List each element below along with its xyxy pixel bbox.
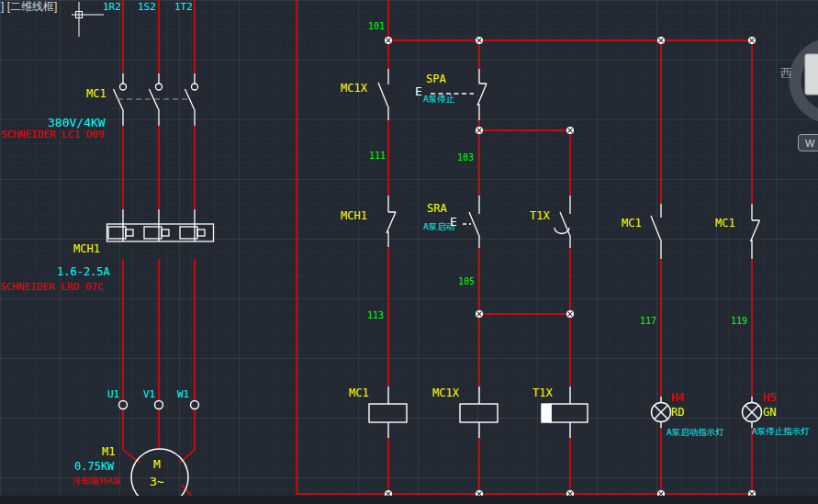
t1x-timed-contact-symbol[interactable] (555, 196, 570, 248)
h4-lamp-symbol[interactable] (652, 397, 671, 428)
lamp-h5-tag: H5 (763, 392, 776, 404)
t1x-contact-tag: T1X (530, 210, 550, 222)
motor-name: 冷却循环A泵 (73, 476, 121, 486)
mc1-nc-contact-tag: MC1 (715, 218, 735, 230)
mc1-nc-contact-symbol[interactable] (751, 204, 760, 259)
lamp-h4-description: A泵启动指示灯 (667, 428, 724, 437)
power-wires[interactable] (123, 0, 198, 504)
sra-pushbutton-actuator: E (450, 216, 457, 229)
phase-label-1r2: 1R2 (103, 2, 121, 13)
contactor-tag: MC1 (86, 88, 106, 100)
mc1x-coil-symbol[interactable] (460, 386, 498, 438)
contactor-model: SCHNEIDER LC1 D09 (1, 129, 105, 140)
phase-label-1t2: 1T2 (174, 2, 193, 13)
wire-number-117: 117 (640, 317, 656, 327)
spa-pushbutton-actuator: E (415, 85, 422, 98)
mc1-no-contact-tag: MC1 (622, 218, 642, 230)
phase-label-1s2: 1S2 (138, 2, 156, 13)
overload-tag: MCH1 (73, 243, 100, 255)
mc1-coil-symbol[interactable] (369, 386, 407, 438)
motor-terminal-circles[interactable] (119, 401, 199, 409)
contactor-rating: 380V/4KW (48, 117, 106, 129)
motor-tag: M1 (102, 446, 115, 458)
sra-no-pushbutton-symbol[interactable] (463, 196, 479, 248)
motor-symbol-letter: M (153, 458, 161, 471)
spa-description: A泵停止 (423, 95, 454, 104)
viewcube-cube-face[interactable] (805, 54, 818, 95)
terminal-label-u1: U1 (107, 389, 119, 400)
ucs-indicator-label: W (805, 138, 814, 149)
mch1-contact-tag: MCH1 (341, 210, 367, 222)
mch1-overload-symbol[interactable] (107, 209, 214, 241)
mc1-no-contact-symbol[interactable] (651, 204, 661, 259)
mc1x-no-contact-symbol[interactable] (378, 69, 388, 120)
lamp-h4-tag: H4 (671, 392, 684, 404)
wire-number-119: 119 (731, 317, 747, 327)
mc1-coil-tag: MC1 (349, 387, 369, 399)
wire-number-111: 111 (369, 151, 386, 162)
viewcube-west-label[interactable]: 西 (780, 67, 792, 80)
lamp-h5-description: A泵停止指示灯 (752, 427, 810, 436)
sra-tag: SRA (427, 203, 447, 215)
wire-number-101: 101 (368, 22, 385, 32)
h5-lamp-symbol[interactable] (743, 397, 762, 428)
mc1x-contact-tag: MC1X (341, 83, 367, 95)
ucs-indicator-button[interactable]: W (798, 134, 818, 151)
terminal-label-v1: V1 (143, 389, 155, 400)
mc1x-coil-tag: MC1X (432, 387, 459, 399)
cad-model-space[interactable]: ] [二维线框] 1R2 1S2 1T2 MC1 380V/4KW SCHNEI… (0, 0, 818, 504)
control-wires[interactable] (297, 0, 752, 494)
command-area-edge (0, 496, 818, 504)
viewport-control-label[interactable]: ] [二维线框] (1, 1, 57, 13)
mch1-nc-contact-symbol[interactable] (387, 196, 396, 247)
t1x-coil-tag: T1X (532, 387, 553, 399)
terminal-label-w1: W1 (177, 389, 189, 400)
wire-number-113: 113 (367, 311, 384, 321)
overload-model: SCHNEIDER LRD 07C (0, 282, 104, 293)
wire-number-103: 103 (457, 153, 474, 163)
motor-phase-label: 3~ (150, 476, 164, 488)
lamp-h5-color-code: GN (763, 407, 776, 419)
lamp-h4-color-code: RD (671, 407, 684, 419)
wire-number-105: 105 (458, 277, 475, 287)
spa-tag: SPA (426, 73, 446, 85)
motor-power: 0.75KW (74, 461, 114, 473)
crosshair-cursor (72, 2, 104, 37)
overload-range: 1.6-2.5A (57, 266, 110, 278)
